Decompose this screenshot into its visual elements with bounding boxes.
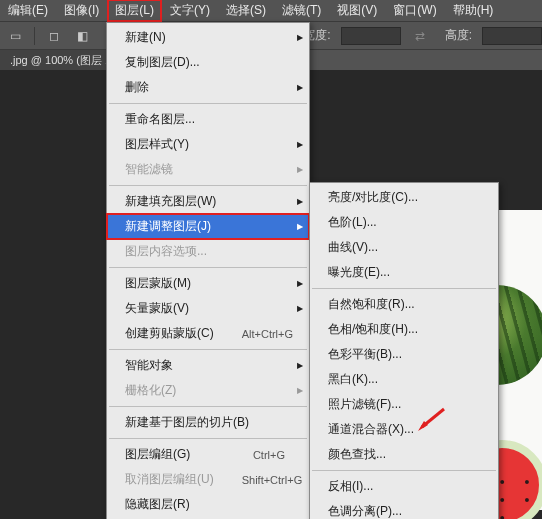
menu-window[interactable]: 窗口(W) xyxy=(385,0,444,22)
layer-menu-separator xyxy=(109,406,307,407)
menu-filter[interactable]: 滤镜(T) xyxy=(274,0,329,22)
rect-select-icon[interactable]: ▭ xyxy=(6,27,24,45)
selection-new-icon[interactable]: ◻ xyxy=(45,27,63,45)
layer-menu-item-label: 新建(N) xyxy=(125,29,166,46)
adjustment-submenu-item-label: 亮度/对比度(C)... xyxy=(328,189,418,206)
adjustment-submenu-item-label: 反相(I)... xyxy=(328,478,373,495)
layer-menu-item-label: 取消图层编组(U) xyxy=(125,471,214,488)
adjustment-submenu-item[interactable]: 曲线(V)... xyxy=(310,235,498,260)
adjustment-submenu-item[interactable]: 色相/饱和度(H)... xyxy=(310,317,498,342)
layer-menu-item: 智能滤镜 xyxy=(107,157,309,182)
adjustment-submenu-item-label: 色阶(L)... xyxy=(328,214,377,231)
adjustment-submenu-item-label: 照片滤镜(F)... xyxy=(328,396,401,413)
layer-menu-item-label: 图层样式(Y) xyxy=(125,136,189,153)
layer-menu-item: 图层内容选项... xyxy=(107,239,309,264)
layer-menu-item[interactable]: 图层样式(Y) xyxy=(107,132,309,157)
adjustment-submenu-separator xyxy=(312,288,496,289)
adjustment-submenu-item[interactable]: 色彩平衡(B)... xyxy=(310,342,498,367)
layer-menu-item-shortcut: Ctrl+G xyxy=(253,449,285,461)
layer-menu-separator xyxy=(109,103,307,104)
layer-menu-item-label: 栅格化(Z) xyxy=(125,382,176,399)
layer-menu-item-label: 重命名图层... xyxy=(125,111,195,128)
layer-menu-separator xyxy=(109,349,307,350)
layer-menu-item[interactable]: 复制图层(D)... xyxy=(107,50,309,75)
selection-add-icon[interactable]: ◧ xyxy=(73,27,91,45)
adjustment-submenu-item-label: 自然饱和度(R)... xyxy=(328,296,415,313)
adjustment-submenu-item[interactable]: 曝光度(E)... xyxy=(310,260,498,285)
layer-menu-item-label: 图层内容选项... xyxy=(125,243,207,260)
layer-menu-item-label: 隐藏图层(R) xyxy=(125,496,190,513)
layer-menu-item[interactable]: 智能对象 xyxy=(107,353,309,378)
layer-menu-item-label: 创建剪贴蒙版(C) xyxy=(125,325,214,342)
menu-view[interactable]: 视图(V) xyxy=(329,0,385,22)
layer-menu-item-label: 矢量蒙版(V) xyxy=(125,300,189,317)
layer-menu-item-label: 图层编组(G) xyxy=(125,446,190,463)
layer-menu-item-label: 删除 xyxy=(125,79,149,96)
menu-edit[interactable]: 编辑(E) xyxy=(0,0,56,22)
adjustment-submenu-item-label: 通道混合器(X)... xyxy=(328,421,414,438)
layer-menu-item[interactable]: 新建填充图层(W) xyxy=(107,189,309,214)
adjustment-submenu-item[interactable]: 色阶(L)... xyxy=(310,210,498,235)
layer-menu-item[interactable]: 重命名图层... xyxy=(107,107,309,132)
menu-image[interactable]: 图像(I) xyxy=(56,0,107,22)
layer-menu-item-label: 复制图层(D)... xyxy=(125,54,200,71)
layer-menu-dropdown: 新建(N)复制图层(D)...删除重命名图层...图层样式(Y)智能滤镜新建填充… xyxy=(106,22,310,519)
adjustment-submenu-item[interactable]: 通道混合器(X)... xyxy=(310,417,498,442)
adjustment-submenu-item-label: 色调分离(P)... xyxy=(328,503,402,519)
adjustment-submenu-item-label: 颜色查找... xyxy=(328,446,386,463)
menubar: 编辑(E) 图像(I) 图层(L) 文字(Y) 选择(S) 滤镜(T) 视图(V… xyxy=(0,0,542,22)
height-label: 高度: xyxy=(445,27,472,44)
layer-menu-item[interactable]: 新建(N) xyxy=(107,25,309,50)
layer-menu-item-label: 新建调整图层(J) xyxy=(125,218,211,235)
layer-menu-item[interactable]: 删除 xyxy=(107,75,309,100)
layer-menu-item-label: 新建基于图层的切片(B) xyxy=(125,414,249,431)
menu-layer[interactable]: 图层(L) xyxy=(107,0,162,22)
layer-menu-item: 栅格化(Z) xyxy=(107,378,309,403)
layer-menu-item[interactable]: 隐藏图层(R) xyxy=(107,492,309,517)
menu-type[interactable]: 文字(Y) xyxy=(162,0,218,22)
layer-menu-item[interactable]: 图层蒙版(M) xyxy=(107,271,309,296)
layer-menu-item-label: 新建填充图层(W) xyxy=(125,193,216,210)
layer-menu-separator xyxy=(109,185,307,186)
layer-menu-item-label: 图层蒙版(M) xyxy=(125,275,191,292)
adjustment-submenu-item-label: 曲线(V)... xyxy=(328,239,378,256)
menu-help[interactable]: 帮助(H) xyxy=(445,0,502,22)
adjustment-submenu-item[interactable]: 自然饱和度(R)... xyxy=(310,292,498,317)
menu-select[interactable]: 选择(S) xyxy=(218,0,274,22)
layer-menu-item-label: 智能滤镜 xyxy=(125,161,173,178)
width-input[interactable] xyxy=(341,27,401,45)
layer-menu-item[interactable]: 图层编组(G)Ctrl+G xyxy=(107,442,309,467)
adjustment-submenu-item-label: 黑白(K)... xyxy=(328,371,378,388)
height-input[interactable] xyxy=(482,27,542,45)
layer-menu-item[interactable]: 新建调整图层(J) xyxy=(107,214,309,239)
layer-menu-item-label: 智能对象 xyxy=(125,357,173,374)
layer-menu-item-shortcut: Shift+Ctrl+G xyxy=(242,474,303,486)
layer-menu-separator xyxy=(109,438,307,439)
adjustment-submenu-item[interactable]: 色调分离(P)... xyxy=(310,499,498,519)
layer-menu-item: 取消图层编组(U)Shift+Ctrl+G xyxy=(107,467,309,492)
adjustment-submenu-item-label: 色彩平衡(B)... xyxy=(328,346,402,363)
adjustment-submenu-item[interactable]: 黑白(K)... xyxy=(310,367,498,392)
layer-menu-item[interactable]: 矢量蒙版(V) xyxy=(107,296,309,321)
layer-menu-separator xyxy=(109,267,307,268)
layer-menu-item[interactable]: 新建基于图层的切片(B) xyxy=(107,410,309,435)
adjustment-submenu-item-label: 曝光度(E)... xyxy=(328,264,390,281)
adjustment-submenu-item[interactable]: 照片滤镜(F)... xyxy=(310,392,498,417)
swap-icon[interactable]: ⇄ xyxy=(415,29,425,43)
adjustment-submenu-item[interactable]: 反相(I)... xyxy=(310,474,498,499)
adjustment-submenu-item-label: 色相/饱和度(H)... xyxy=(328,321,418,338)
adjustment-submenu-item[interactable]: 颜色查找... xyxy=(310,442,498,467)
layer-menu-item-shortcut: Alt+Ctrl+G xyxy=(242,328,293,340)
adjustment-submenu-separator xyxy=(312,470,496,471)
adjustment-submenu-item[interactable]: 亮度/对比度(C)... xyxy=(310,185,498,210)
adjustment-layer-submenu: 亮度/对比度(C)...色阶(L)...曲线(V)...曝光度(E)...自然饱… xyxy=(309,182,499,519)
layer-menu-item[interactable]: 创建剪贴蒙版(C)Alt+Ctrl+G xyxy=(107,321,309,346)
